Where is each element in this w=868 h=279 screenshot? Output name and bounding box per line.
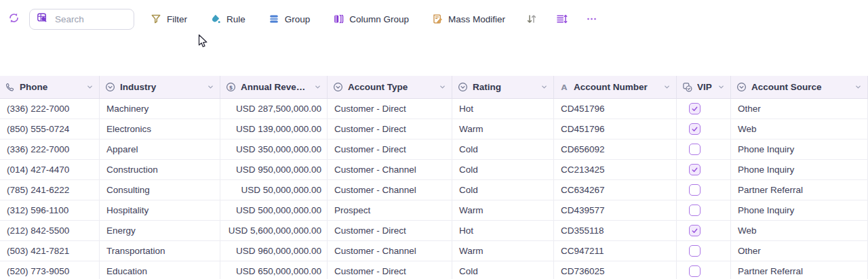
vip-checkbox[interactable] [689,245,701,257]
cell-phone[interactable]: (312) 596-1100 [0,200,100,220]
cell-account_type[interactable]: Customer - Direct [328,261,452,279]
cell-industry[interactable]: Education [100,261,220,279]
filter-button[interactable]: Filter [151,14,187,24]
cell-account_number[interactable]: CD451796 [554,119,677,139]
cell-vip[interactable] [677,221,731,240]
cell-account_source[interactable]: Other [731,241,868,261]
cell-phone[interactable]: (336) 222-7000 [0,140,100,159]
chevron-down-icon[interactable] [854,83,862,91]
vip-checkbox[interactable] [689,205,701,216]
column-header-account_number[interactable]: AAccount Number [554,76,677,98]
cell-industry[interactable]: Construction [100,160,220,179]
cell-phone[interactable]: (520) 773-9050 [0,261,100,279]
cell-annual_revenue[interactable]: USD 950,000,000.00 [220,160,328,179]
row-height-button[interactable] [556,14,568,24]
chevron-down-icon[interactable] [86,83,94,91]
chevron-down-icon[interactable] [663,83,671,91]
cell-account_source[interactable]: Phone Inquiry [731,200,868,220]
cell-phone[interactable]: (850) 555-0724 [0,119,100,139]
cell-account_number[interactable]: CC213425 [554,160,677,179]
cell-rating[interactable]: Cold [452,160,554,179]
chevron-down-icon[interactable] [314,83,321,91]
cell-account_type[interactable]: Customer - Direct [328,99,452,119]
cell-rating[interactable]: Cold [452,180,554,200]
cell-vip[interactable] [677,261,731,279]
cell-vip[interactable] [677,119,731,139]
vip-checkbox[interactable] [689,225,701,236]
cell-account_type[interactable]: Customer - Direct [328,119,452,139]
cell-account_source[interactable]: Web [731,119,868,139]
chevron-down-icon[interactable] [439,83,446,91]
cell-vip[interactable] [677,99,731,119]
vip-checkbox[interactable] [689,103,701,114]
cell-account_number[interactable]: CD736025 [554,261,677,279]
cell-account_type[interactable]: Customer - Channel [328,160,452,179]
column-header-industry[interactable]: Industry [100,76,220,98]
cell-rating[interactable]: Hot [452,99,554,119]
vip-checkbox[interactable] [689,184,701,196]
vip-checkbox[interactable] [689,164,701,175]
chevron-down-icon[interactable] [540,83,548,91]
cell-annual_revenue[interactable]: USD 500,000,000.00 [220,200,328,220]
column-header-vip[interactable]: VIP [677,76,731,98]
cell-account_number[interactable]: CC947211 [554,241,677,261]
cell-rating[interactable]: Warm [452,200,554,220]
cell-rating[interactable]: Warm [452,241,554,261]
cell-account_type[interactable]: Customer - Direct [328,221,452,240]
chevron-down-icon[interactable] [717,83,725,91]
chevron-down-icon[interactable] [207,83,214,91]
cell-account_number[interactable]: CD656092 [554,140,677,159]
refresh-button[interactable] [8,12,20,26]
cell-annual_revenue[interactable]: USD 650,000,000.00 [220,261,328,279]
cell-annual_revenue[interactable]: USD 50,000,000.00 [220,180,328,200]
cell-industry[interactable]: Transportation [100,241,220,261]
cell-industry[interactable]: Machinery [100,99,220,119]
cell-rating[interactable]: Warm [452,119,554,139]
cell-account_source[interactable]: Partner Referral [731,180,868,200]
cell-account_number[interactable]: CD439577 [554,200,677,220]
cell-account_type[interactable]: Customer - Direct [328,140,452,159]
cell-industry[interactable]: Hospitality [100,200,220,220]
cell-account_source[interactable]: Partner Referral [731,261,868,279]
cell-vip[interactable] [677,140,731,159]
cell-annual_revenue[interactable]: USD 960,000,000.00 [220,241,328,261]
cell-annual_revenue[interactable]: USD 5,600,000,000.00 [220,221,328,240]
cell-vip[interactable] [677,180,731,200]
cell-vip[interactable] [677,200,731,220]
cell-account_type[interactable]: Prospect [328,200,452,220]
vip-checkbox[interactable] [689,144,701,155]
column-group-button[interactable]: Column Group [333,14,409,24]
cell-account_source[interactable]: Web [731,221,868,240]
column-header-annual_revenue[interactable]: $Annual Revenue [220,76,328,98]
sort-button[interactable] [526,14,538,24]
column-header-account_type[interactable]: Account Type [328,76,452,98]
cell-rating[interactable]: Hot [452,221,554,240]
search-input[interactable] [54,14,127,25]
cell-account_number[interactable]: CD355118 [554,221,677,240]
cell-phone[interactable]: (785) 241-6222 [0,180,100,200]
cell-vip[interactable] [677,241,731,261]
cell-phone[interactable]: (212) 842-5500 [0,221,100,240]
cell-phone[interactable]: (014) 427-4470 [0,160,100,179]
group-button[interactable]: Group [269,14,311,24]
cell-account_type[interactable]: Customer - Channel [328,241,452,261]
cell-phone[interactable]: (503) 421-7821 [0,241,100,261]
cell-vip[interactable] [677,160,731,179]
rule-button[interactable]: Rule [210,14,245,24]
cell-annual_revenue[interactable]: USD 139,000,000.00 [220,119,328,139]
mass-modifier-button[interactable]: Mass Modifier [432,14,505,24]
column-header-phone[interactable]: Phone [0,76,100,98]
cell-industry[interactable]: Consulting [100,180,220,200]
column-header-account_source[interactable]: Account Source [731,76,868,98]
vip-checkbox[interactable] [689,123,701,135]
column-header-rating[interactable]: Rating [452,76,554,98]
search-box[interactable] [29,9,134,30]
cell-industry[interactable]: Apparel [100,140,220,159]
cell-account_number[interactable]: CC634267 [554,180,677,200]
cell-account_source[interactable]: Phone Inquiry [731,140,868,159]
vip-checkbox[interactable] [689,265,701,277]
more-options-button[interactable] [586,14,597,24]
cell-annual_revenue[interactable]: USD 350,000,000.00 [220,140,328,159]
cell-account_source[interactable]: Other [731,99,868,119]
cell-annual_revenue[interactable]: USD 287,500,000.00 [220,99,328,119]
